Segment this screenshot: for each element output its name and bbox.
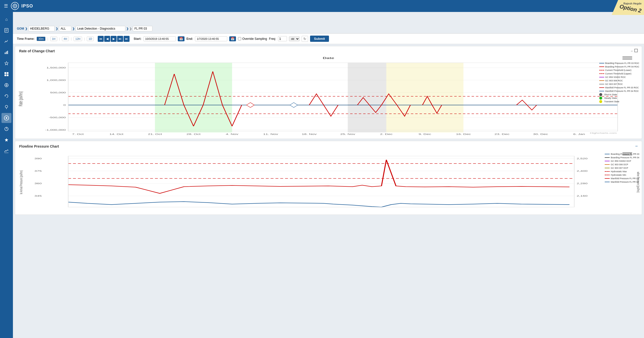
end-calendar[interactable]: 📅 [229,36,236,41]
svg-text:1,000,000: 1,000,000 [46,79,66,81]
module-select[interactable]: Leak Detection - Diagnostics [76,26,125,31]
roc-minimize[interactable]: − [631,49,633,53]
breadcrumb-heidelberg: HEIDELBERG [28,26,55,31]
svg-text:9. Dec: 9. Dec [418,133,431,135]
svg-text:6. Jan: 6. Jan [573,133,585,135]
breadcrumb-arrow-3: ❯ [72,27,74,30]
sidebar-item-pin[interactable] [2,102,12,112]
site-select[interactable]: HEIDELBERG [28,26,55,31]
main-content: GOM ❯ HEIDELBERG ❯ ALL ❯ Leak Detection … [13,24,644,215]
override-sampling: Override Sampling [238,37,267,41]
roc-chart-panel: Rate of Change Chart − [15,46,642,139]
nav-first[interactable]: ⏮ [98,36,104,42]
svg-point-19 [5,105,8,108]
svg-text:4. Nov: 4. Nov [226,133,238,135]
transient-state-region [386,63,464,132]
svg-rect-9 [7,51,8,54]
nav-next[interactable]: ⏭ [117,36,123,42]
svg-marker-24 [5,138,8,142]
boarding-pr03-pressure [68,202,570,207]
svg-rect-12 [7,72,8,74]
svg-text:0: 0 [64,104,66,106]
freq-unit-select[interactable]: dd [289,36,300,41]
svg-text:11. Nov: 11. Nov [263,133,278,135]
freq-label: Freq: [269,37,276,41]
svg-rect-11 [4,72,6,74]
sidebar-item-refresh[interactable] [2,91,12,101]
breadcrumb-bar: GOM ❯ HEIDELBERG ❯ ALL ❯ Leak Detection … [13,24,644,34]
timeframe-1d[interactable]: 1D [87,37,94,41]
roc-legend: Boarding Pressure FL PR 03 ROC Boarding … [599,62,639,103]
sidebar-item-dashboard[interactable] [2,69,12,79]
submit-button[interactable]: Submit [310,36,329,42]
top-bar: ☰ IPSO Option 2 Rajesh Hegde [0,0,644,12]
flowline-legend: Boarding Pressure FL PR 03 Boarding Pres… [605,152,639,184]
all-select[interactable]: ALL [59,26,71,31]
svg-text:23. Dec: 23. Dec [494,133,510,135]
sidebar-item-active[interactable] [2,113,12,123]
svg-rect-27 [622,58,632,58]
svg-rect-7 [5,53,6,54]
sidebar-item-fav[interactable] [2,135,12,145]
end-datetime[interactable] [195,36,227,41]
flowline-chart-title: Flowline Pressure Chart [19,144,59,148]
svg-text:500,000: 500,000 [50,91,66,94]
sidebar-item-stats2[interactable] [2,146,12,156]
breadcrumb-arrow-5: ❯ [130,27,132,30]
highcharts-credit: Highcharts.com [590,132,617,134]
nav-last[interactable]: ⏭ [124,36,130,42]
svg-rect-14 [7,74,8,76]
start-datetime[interactable] [144,36,176,41]
svg-text:le Arrival Pressure (psi/hrs): le Arrival Pressure (psi/hrs) [19,170,23,194]
svg-text:1,500,000: 1,500,000 [46,67,66,69]
svg-rect-8 [6,52,7,54]
shutin-state-region [348,63,386,132]
roc-maximize[interactable] [634,49,638,53]
roc-chart-header: Rate of Change Chart − [15,46,642,54]
nav-prev[interactable]: ◀ [104,36,110,42]
sidebar-item-analytics[interactable] [2,47,12,57]
sidebar-item-reports[interactable] [2,25,12,35]
svg-text:375: 375 [34,170,42,172]
breadcrumb-arrow-4: ❯ [126,27,128,30]
override-checkbox[interactable] [238,37,241,40]
svg-text:7. Oct: 7. Oct [72,133,84,135]
well-select[interactable]: FL PR 03 [133,26,152,31]
flowline-minimize[interactable]: − [635,144,638,149]
nav-play[interactable]: ▶ [111,36,116,42]
option2-badge: Option 2 [612,0,644,15]
svg-text:390: 390 [34,157,42,160]
sidebar-item-metrics[interactable] [2,124,12,134]
roc-x-axis: 7. Oct 14. Oct 21. Oct 28. Oct 4. Nov 11… [72,133,585,135]
sidebar-item-tools[interactable] [2,80,12,90]
timeframe-1h[interactable]: 1H [50,37,57,41]
option2-text: Option 2 [619,3,642,14]
svg-text:2,280: 2,280 [576,182,588,185]
breadcrumb-gom: GOM [17,27,24,30]
svg-text:14. Oct: 14. Oct [110,133,123,135]
svg-text:2,520: 2,520 [576,157,588,160]
start-calendar[interactable]: 📅 [178,36,184,41]
flowline-chart-header: Flowline Pressure Chart − [15,141,642,150]
chart-border [68,63,618,131]
sidebar-item-home[interactable]: ⌂ [2,15,12,24]
freq-input[interactable] [278,36,287,41]
timeframe-12h[interactable]: 12H [74,37,82,41]
refresh-button[interactable]: ↻ [302,36,308,42]
svg-marker-56 [290,103,298,108]
sidebar-item-charts[interactable] [2,36,12,46]
timeframe-30m[interactable]: 30m [36,37,45,41]
svg-text:16. Dec: 16. Dec [456,133,471,135]
breadcrumb-all: ALL [59,26,71,31]
manifold-pr03-pressure [68,160,570,193]
charts-area: Rate of Change Chart − [13,46,644,215]
svg-marker-55 [246,103,254,108]
roc-y-label: Rate (psi/hrs) [18,91,23,106]
svg-text:2,160: 2,160 [576,195,588,197]
sidebar-item-star[interactable] [2,58,12,68]
timeframe-4h[interactable]: 4H [62,37,69,41]
flowline-chart-container: 390 375 360 345 2,520 2,400 2,280 2,160 [15,150,642,215]
svg-marker-10 [5,62,8,65]
logo [11,2,19,10]
menu-icon[interactable]: ☰ [4,3,8,9]
